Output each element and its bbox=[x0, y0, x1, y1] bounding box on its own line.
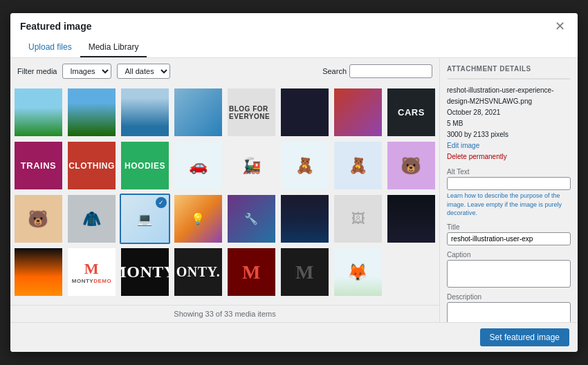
edit-image-link[interactable]: Edit image bbox=[447, 142, 479, 149]
grid-item-fox[interactable]: 🦊 bbox=[333, 247, 383, 297]
grid-item[interactable] bbox=[279, 87, 330, 138]
alt-text-input[interactable] bbox=[447, 177, 571, 190]
media-panel: Filter media Images All dates Search bbox=[10, 58, 439, 322]
title-label: Title bbox=[447, 223, 571, 231]
title-input[interactable] bbox=[447, 232, 571, 245]
grid-item-cars[interactable]: CARS bbox=[386, 87, 437, 138]
file-info: reshot-illustration-user-experience-desi… bbox=[447, 85, 571, 162]
grid-item[interactable]: 💡 bbox=[173, 194, 223, 244]
modal-title: Featured image bbox=[20, 21, 91, 32]
grid-item[interactable]: blog for everyone bbox=[226, 87, 277, 138]
caption-row: Caption bbox=[447, 251, 571, 288]
status-bar: Showing 33 of 33 media items bbox=[10, 305, 439, 322]
filter-date-select[interactable]: All dates bbox=[117, 64, 170, 79]
modal-overlay: Featured image ✕ Upload files Media Libr… bbox=[0, 0, 588, 365]
media-grid: blog for everyone CARS TRAINS CLOTHING bbox=[13, 87, 437, 297]
search-input[interactable] bbox=[349, 64, 432, 78]
delete-permanently-link[interactable]: Delete permanently bbox=[447, 153, 507, 160]
grid-item[interactable] bbox=[173, 87, 223, 138]
alt-text-learn-link[interactable]: Learn how to describe the purpose of the… bbox=[447, 192, 562, 216]
thumbnail: 🎨 bbox=[488, 78, 530, 79]
grid-item[interactable]: 🔧 bbox=[226, 194, 277, 244]
tab-upload-files[interactable]: Upload files bbox=[20, 38, 80, 57]
grid-item-monty-r[interactable]: onty. bbox=[173, 247, 223, 297]
modal-tabs: Upload files Media Library bbox=[20, 38, 568, 57]
grid-item[interactable] bbox=[66, 87, 117, 138]
grid-item[interactable] bbox=[333, 87, 383, 138]
grid-item[interactable] bbox=[13, 247, 64, 297]
set-featured-button[interactable]: Set featured image bbox=[480, 328, 569, 346]
filter-type-select[interactable]: Images bbox=[62, 64, 111, 79]
modal-footer: Set featured image bbox=[10, 322, 578, 352]
grid-item-monty-b[interactable]: monty. bbox=[120, 247, 170, 297]
description-textarea[interactable] bbox=[447, 302, 571, 322]
grid-item[interactable]: 🐻 bbox=[386, 140, 437, 191]
modal-title-bar: Featured image ✕ Upload files Media Libr… bbox=[10, 13, 578, 58]
grid-item-m-dark[interactable]: M bbox=[226, 247, 277, 297]
alt-text-label: Alt Text bbox=[447, 168, 571, 176]
details-section-title: ATTACHMENT DETAILS bbox=[447, 65, 571, 73]
grid-item[interactable] bbox=[279, 194, 330, 244]
grid-item[interactable]: 🚂 bbox=[226, 140, 277, 191]
modal-body: Filter media Images All dates Search bbox=[10, 58, 578, 322]
caption-textarea[interactable] bbox=[447, 260, 571, 288]
filter-bar: Filter media Images All dates Search bbox=[10, 58, 439, 84]
grid-item-placeholder[interactable]: 🖼 bbox=[333, 194, 383, 244]
title-row: Title bbox=[447, 223, 571, 245]
grid-item[interactable]: 🧸 bbox=[333, 140, 383, 191]
filter-label: Filter media bbox=[17, 67, 57, 75]
selected-check: ✓ bbox=[156, 197, 167, 208]
file-size: 5 MB bbox=[447, 118, 571, 129]
alt-text-note: Learn how to describe the purpose of the… bbox=[447, 191, 571, 218]
details-panel: ATTACHMENT DETAILS 🎨 reshot-illustration… bbox=[439, 58, 578, 322]
grid-item-clothing[interactable]: CLOTHING bbox=[66, 140, 117, 191]
description-row: Description bbox=[447, 293, 571, 322]
grid-item-m-black[interactable]: M bbox=[279, 247, 330, 297]
modal-close-button[interactable]: ✕ bbox=[552, 20, 568, 32]
grid-item[interactable] bbox=[120, 87, 170, 138]
grid-item[interactable]: 🧸 bbox=[279, 140, 330, 191]
description-label: Description bbox=[447, 293, 571, 301]
grid-scroll[interactable]: blog for everyone CARS TRAINS CLOTHING bbox=[10, 84, 439, 305]
grid-item[interactable] bbox=[13, 87, 64, 138]
tab-media-library[interactable]: Media Library bbox=[80, 38, 147, 57]
file-date: October 28, 2021 bbox=[447, 107, 571, 118]
filename: reshot-illustration-user-experience-desi… bbox=[447, 85, 571, 107]
thumbnail-box: 🎨 bbox=[447, 78, 571, 79]
grid-item[interactable]: 🧥 bbox=[66, 194, 117, 244]
grid-item[interactable] bbox=[386, 194, 437, 244]
grid-item[interactable]: 🐻 bbox=[13, 194, 64, 244]
search-area: Search bbox=[322, 64, 432, 78]
search-label: Search bbox=[322, 67, 347, 75]
file-dimensions: 3000 by 2133 pixels bbox=[447, 129, 571, 140]
alt-text-row: Alt Text Learn how to describe the purpo… bbox=[447, 168, 571, 218]
grid-item-selected[interactable]: 💻 ✓ bbox=[120, 194, 170, 244]
grid-item-hoodies[interactable]: HOODIES bbox=[120, 140, 170, 191]
grid-item[interactable]: 🚗 bbox=[173, 140, 223, 191]
modal: Featured image ✕ Upload files Media Libr… bbox=[10, 13, 578, 352]
grid-item-trains[interactable]: TRAINS bbox=[13, 140, 64, 191]
grid-item-monty-w[interactable]: M MontyDemo bbox=[66, 247, 117, 297]
caption-label: Caption bbox=[447, 251, 571, 259]
